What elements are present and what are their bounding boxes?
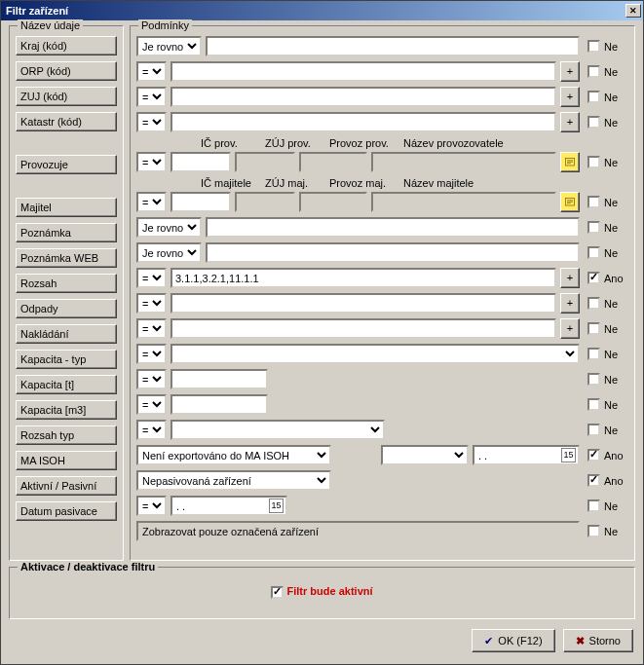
rozsah-typ-value[interactable] <box>170 420 385 440</box>
label-poznamka[interactable]: Poznámka <box>16 223 117 242</box>
poznamka-web-value[interactable] <box>206 242 580 263</box>
ma-isoh-select[interactable]: Není exportováno do MA ISOH <box>136 445 331 465</box>
cross-icon: ✖ <box>576 635 585 647</box>
label-kapacita-typ[interactable]: Kapacita - typ <box>16 350 117 369</box>
odpady-operator[interactable]: = <box>136 293 167 314</box>
kapacita-typ-operator[interactable]: = <box>136 344 167 364</box>
aktivni-neg-check[interactable] <box>587 474 600 487</box>
close-icon[interactable]: ✕ <box>625 4 641 18</box>
label-kapacita-t[interactable]: Kapacita [t] <box>16 375 117 394</box>
datum-pasivace-neg-check[interactable] <box>587 499 600 512</box>
odpady-neg-check[interactable] <box>587 297 600 310</box>
nakladani-value[interactable] <box>170 318 556 339</box>
label-zuj[interactable]: ZUJ (kód) <box>16 87 117 106</box>
ic-maj-input[interactable] <box>170 192 231 212</box>
orp-neg-check[interactable] <box>587 65 600 78</box>
majitel-note-button[interactable] <box>560 192 580 212</box>
nakladani-neg-check[interactable] <box>587 322 600 335</box>
kapacita-m3-operator[interactable]: = <box>136 394 167 415</box>
provozuje-neg-check[interactable] <box>587 156 600 168</box>
rozsah-plus-button[interactable]: + <box>560 268 580 288</box>
katastr-value[interactable] <box>170 112 556 132</box>
orp-plus-button[interactable]: + <box>560 61 580 82</box>
label-orp[interactable]: ORP (kód) <box>16 61 117 81</box>
rozsah-operator[interactable]: = <box>136 268 167 288</box>
majitel-operator[interactable]: = <box>136 192 167 212</box>
katastr-neg-check[interactable] <box>587 116 600 129</box>
katastr-operator[interactable]: = <box>136 112 167 132</box>
storno-button[interactable]: ✖ Storno <box>563 629 633 652</box>
label-rozsah-typ[interactable]: Rozsah typ <box>16 425 117 445</box>
datum-pasivace-value[interactable]: . .15 <box>170 496 287 516</box>
label-datum-pasivace[interactable]: Datum pasivace <box>16 501 117 521</box>
hdr-zuj-prov: ZÚJ prov. <box>265 137 325 151</box>
poznamka-neg-check[interactable] <box>587 221 600 234</box>
provozuje-note-button[interactable] <box>560 152 580 172</box>
cond-group-title: Podmínky <box>138 19 192 31</box>
aktivni-select[interactable]: Nepasivovaná zařízení <box>136 470 331 491</box>
label-majitel[interactable]: Majitel <box>16 198 117 217</box>
poznamka-value[interactable] <box>206 217 580 238</box>
label-kraj[interactable]: Kraj (kód) <box>16 36 117 55</box>
poznamka-operator[interactable]: Je rovno <box>136 217 202 238</box>
ma-isoh-neg-check[interactable] <box>587 449 600 462</box>
kapacita-m3-neg-check[interactable] <box>587 398 600 411</box>
majitel-neg-check[interactable] <box>587 196 600 208</box>
kraj-value[interactable] <box>206 36 580 56</box>
rozsah-value[interactable] <box>170 268 556 288</box>
label-provozuje[interactable]: Provozuje <box>16 155 117 174</box>
neg-label: Ne <box>604 41 618 53</box>
rozsah-typ-operator[interactable]: = <box>136 420 167 440</box>
zuj-plus-button[interactable]: + <box>560 87 580 107</box>
show-marked-label: Zobrazovat pouze označená zařízení <box>136 521 580 541</box>
rozsah-typ-neg-check[interactable] <box>587 424 600 436</box>
orp-operator[interactable]: = <box>136 61 167 82</box>
zuj-neg-check[interactable] <box>587 91 600 103</box>
kapacita-t-neg-check[interactable] <box>587 373 600 386</box>
kraj-neg-check[interactable] <box>587 40 600 53</box>
kraj-operator[interactable]: Je rovno <box>136 36 202 56</box>
provozuje-operator[interactable]: = <box>136 152 167 172</box>
kapacita-t-value[interactable] <box>170 369 268 389</box>
zuj-prov-input <box>235 152 295 172</box>
label-nakladani[interactable]: Nakládání <box>16 324 117 344</box>
ma-isoh-extra-select[interactable] <box>381 445 469 465</box>
hdr-zuj-maj: ZÚJ maj. <box>265 177 325 191</box>
activation-title: Aktivace / deaktivace filtru <box>18 561 158 573</box>
kapacita-m3-value[interactable] <box>170 394 268 415</box>
label-kapacita-m3[interactable]: Kapacita [m3] <box>16 400 117 420</box>
label-aktivni[interactable]: Aktivní / Pasivní <box>16 476 117 496</box>
orp-value[interactable] <box>170 61 556 82</box>
zuj-value[interactable] <box>170 87 556 107</box>
ok-button[interactable]: ✔ OK (F12) <box>472 629 554 652</box>
poznamka-web-neg-check[interactable] <box>587 246 600 259</box>
rozsah-neg-check[interactable] <box>587 272 600 284</box>
odpady-value[interactable] <box>170 293 556 314</box>
ic-prov-input[interactable] <box>170 152 231 172</box>
window: Filtr zařízení ✕ Název údaje Kraj (kód) … <box>0 0 644 665</box>
label-odpady[interactable]: Odpady <box>16 299 117 318</box>
poznamka-web-operator[interactable]: Je rovno <box>136 242 202 263</box>
label-poznamka-web[interactable]: Poznámka WEB <box>16 248 117 268</box>
calendar-icon[interactable]: 15 <box>561 448 576 462</box>
label-katastr[interactable]: Katastr (kód) <box>16 112 117 131</box>
kapacita-typ-value[interactable] <box>170 344 580 364</box>
kapacita-t-operator[interactable]: = <box>136 369 167 389</box>
kapacita-typ-neg-check[interactable] <box>587 348 600 360</box>
filter-active-check[interactable] <box>271 586 284 599</box>
datum-pasivace-operator[interactable]: = <box>136 496 167 516</box>
calendar-icon[interactable]: 15 <box>269 499 284 513</box>
nakladani-operator[interactable]: = <box>136 318 167 339</box>
katastr-plus-button[interactable]: + <box>560 112 580 132</box>
provoz-maj-input <box>299 192 367 212</box>
labels-group: Název údaje Kraj (kód) ORP (kód) ZUJ (kó… <box>9 25 124 561</box>
odpady-plus-button[interactable]: + <box>560 293 580 314</box>
zuj-maj-input <box>235 192 295 212</box>
nakladani-plus-button[interactable]: + <box>560 318 580 339</box>
label-rozsah[interactable]: Rozsah <box>16 274 117 293</box>
ma-isoh-date[interactable]: . .15 <box>473 445 580 465</box>
label-ma-isoh[interactable]: MA ISOH <box>16 451 117 470</box>
show-marked-check[interactable] <box>587 525 600 537</box>
hdr-provoz-prov: Provoz prov. <box>329 137 399 151</box>
zuj-operator[interactable]: = <box>136 87 167 107</box>
